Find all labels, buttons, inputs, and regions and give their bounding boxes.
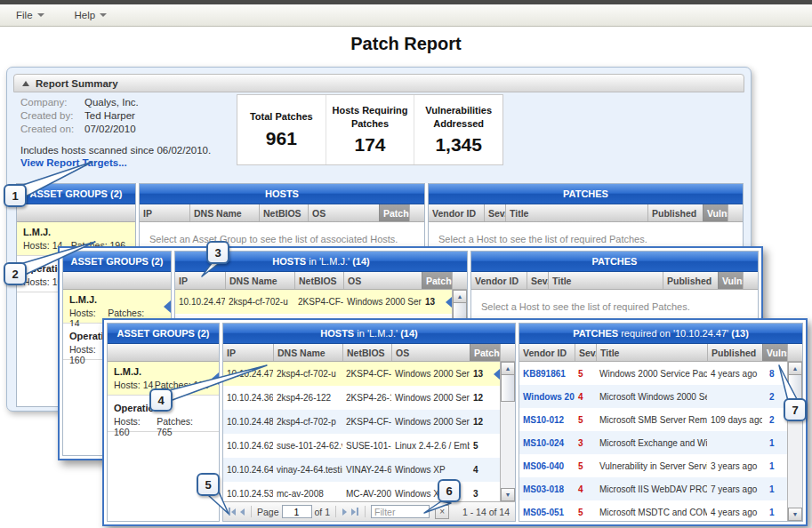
patch-row[interactable]: Windows 2000 4 Microsoft Windows 2000 Se… bbox=[519, 385, 787, 408]
patch-vendor-id-link[interactable]: KB891861 bbox=[519, 369, 575, 379]
host-ip: 10.10.24.47 bbox=[223, 369, 273, 379]
report-summary-header[interactable]: Report Summary bbox=[13, 74, 744, 92]
col-published[interactable]: Published bbox=[707, 344, 762, 361]
host-row[interactable]: 10.10.24.47 2ksp4-cf-702-u 2KSP4-CF-70 W… bbox=[223, 362, 500, 386]
scan-note: Includes hosts scanned since 06/02/2010. bbox=[20, 145, 211, 156]
patch-vulns-link[interactable]: 1 bbox=[762, 461, 787, 471]
callout-6: 6 bbox=[438, 479, 461, 502]
host-os: Windows 2000 Service Pa bbox=[391, 393, 470, 403]
patch-vendor-id-link[interactable]: MS05-051 bbox=[519, 508, 575, 517]
host-row[interactable]: 10.10.24.48 2ksp4-cf-702-p 2KSP4-CF-70 W… bbox=[223, 410, 500, 434]
stat-value: 174 bbox=[354, 134, 385, 156]
col-netbios[interactable]: NetBIOS bbox=[342, 344, 391, 361]
col-ip[interactable]: IP bbox=[140, 204, 189, 221]
col-ip[interactable]: IP bbox=[223, 344, 273, 361]
col-published[interactable]: Published bbox=[663, 272, 718, 289]
view-report-targets-link[interactable]: View Report Targets... bbox=[20, 157, 127, 168]
company-label: Company: bbox=[20, 97, 84, 110]
patch-vendor-id-link[interactable]: MS10-012 bbox=[519, 415, 575, 425]
host-row[interactable]: 10.10.24.64 vinay-24-64.testing VINAY-24… bbox=[223, 458, 500, 482]
col-vendor-id[interactable]: Vendor ID bbox=[471, 272, 527, 289]
patch-vulns-link[interactable]: 1 bbox=[762, 508, 787, 517]
callout-1: 1 bbox=[4, 184, 27, 207]
col-dns-name[interactable]: DNS Name bbox=[225, 272, 294, 289]
patch-row[interactable]: KB891861 5 Windows 2000 Service Pack 4 U… bbox=[519, 362, 787, 385]
col-vulns[interactable]: Vulns bbox=[762, 344, 787, 361]
patch-vulns-link[interactable]: 2 bbox=[762, 392, 787, 402]
patches-scrollbar[interactable]: ▲ ▼ bbox=[787, 362, 802, 521]
col-published[interactable]: Published bbox=[647, 204, 703, 221]
host-row[interactable]: 10.10.24.47 2ksp4-cf-702-u 2KSP4-CF-70 W… bbox=[175, 290, 452, 314]
asset-groups-column-strip bbox=[63, 272, 171, 290]
patch-vendor-id-link[interactable]: MS03-018 bbox=[519, 484, 575, 494]
patch-row[interactable]: MS05-051 5 Microsoft MSDTC and COM+ Remo… bbox=[519, 500, 787, 521]
col-patches[interactable]: Patches bbox=[422, 272, 452, 289]
stat-value: 961 bbox=[266, 128, 297, 149]
host-patches-count: 12 bbox=[470, 393, 500, 403]
host-row[interactable]: 10.10.24.36 2ksp4-26-122 2KSP4-26-12 Win… bbox=[223, 386, 500, 410]
patch-vendor-id-link[interactable]: MS10-024 bbox=[519, 438, 575, 448]
scroll-up-icon[interactable]: ▲ bbox=[453, 290, 467, 303]
host-row[interactable]: 10.10.24.62 suse-101-24-62.vu SUSE-101-2… bbox=[223, 434, 500, 458]
col-vulns[interactable]: Vulns bbox=[703, 204, 728, 221]
host-netbios: MC-AV-2008 bbox=[342, 489, 391, 499]
patch-vulns-link[interactable]: 1 bbox=[762, 484, 787, 494]
col-vendor-id[interactable]: Vendor ID bbox=[519, 344, 575, 361]
patch-title: Microsoft Windows 2000 Service Pac bbox=[596, 392, 707, 402]
col-patches[interactable]: Patches bbox=[379, 204, 409, 221]
scroll-thumb[interactable] bbox=[501, 375, 515, 402]
pagination-next-button[interactable] bbox=[342, 507, 348, 517]
scroll-down-icon[interactable]: ▼ bbox=[501, 488, 515, 501]
patch-vulns-link[interactable]: 1 bbox=[762, 438, 787, 448]
patch-vulns-link[interactable]: 8 bbox=[762, 369, 787, 379]
menu-help[interactable]: Help bbox=[75, 10, 108, 20]
col-severity[interactable]: Sev. bbox=[484, 204, 505, 221]
pagination-last-button[interactable] bbox=[350, 506, 359, 517]
patch-row[interactable]: MS10-024 3 Microsoft Exchange and Window… bbox=[519, 431, 787, 454]
patch-published: 7 years ago bbox=[707, 484, 762, 494]
stat-label: Hosts Requiring Patches bbox=[329, 104, 411, 130]
col-severity[interactable]: Sev. bbox=[527, 272, 548, 289]
col-dns-name[interactable]: DNS Name bbox=[273, 344, 342, 361]
pagination-first-button[interactable] bbox=[228, 506, 237, 517]
col-vendor-id[interactable]: Vendor ID bbox=[429, 204, 484, 221]
patch-row[interactable]: MS10-012 5 Microsoft SMB Server Remote C… bbox=[519, 408, 787, 431]
stat-label: Vulnerabilities Addressed bbox=[418, 104, 500, 130]
callout-5: 5 bbox=[197, 473, 220, 496]
scroll-down-icon[interactable]: ▼ bbox=[788, 508, 802, 521]
clear-filter-button[interactable]: × bbox=[435, 505, 449, 519]
host-os: Windows 2000 Service Pa bbox=[391, 369, 470, 379]
scroll-up-icon[interactable]: ▲ bbox=[788, 362, 802, 375]
scroll-up-icon[interactable]: ▲ bbox=[501, 362, 515, 375]
col-dns-name[interactable]: DNS Name bbox=[189, 204, 259, 221]
menu-file[interactable]: File bbox=[16, 10, 44, 20]
pagination-prev-button[interactable] bbox=[239, 507, 245, 517]
col-ip[interactable]: IP bbox=[175, 272, 225, 289]
hosts-scrollbar[interactable]: ▲ ▼ bbox=[500, 362, 515, 501]
patch-vendor-id-link[interactable]: Windows 2000 bbox=[519, 392, 575, 402]
col-os[interactable]: OS bbox=[391, 344, 470, 361]
patch-title: Windows 2000 Service Pack 4 Updat bbox=[596, 369, 707, 379]
patch-vendor-id-link[interactable]: MS06-040 bbox=[519, 461, 575, 471]
col-os[interactable]: OS bbox=[308, 204, 379, 221]
col-netbios[interactable]: NetBIOS bbox=[294, 272, 343, 289]
col-severity[interactable]: Sev. bbox=[575, 344, 596, 361]
col-patches[interactable]: Patches bbox=[470, 344, 500, 361]
col-title[interactable]: Title bbox=[596, 344, 707, 361]
filter-input[interactable] bbox=[371, 505, 430, 518]
host-dns-name: 2ksp4-cf-702-u bbox=[225, 297, 294, 307]
hosts-header: HOSTS in 'L.M.J.' (14) bbox=[223, 324, 515, 344]
patch-severity: 4 bbox=[575, 392, 596, 402]
patch-row[interactable]: MS03-018 4 Microsoft IIS WebDAV PROPFIND… bbox=[519, 477, 787, 500]
asset-groups-column-strip bbox=[17, 204, 135, 222]
col-title[interactable]: Title bbox=[548, 272, 663, 289]
col-title[interactable]: Title bbox=[505, 204, 647, 221]
col-vulns[interactable]: Vulns bbox=[718, 272, 743, 289]
stat-box: Vulnerabilities Addressed 1,345 bbox=[414, 95, 502, 164]
col-netbios[interactable]: NetBIOS bbox=[259, 204, 308, 221]
caret-down-icon bbox=[100, 13, 107, 17]
page-number-input[interactable] bbox=[282, 505, 312, 518]
patch-row[interactable]: MS06-040 5 Vulnerability in Server Servi… bbox=[519, 454, 787, 477]
created-on-label: Created on: bbox=[20, 124, 84, 137]
col-os[interactable]: OS bbox=[343, 272, 422, 289]
